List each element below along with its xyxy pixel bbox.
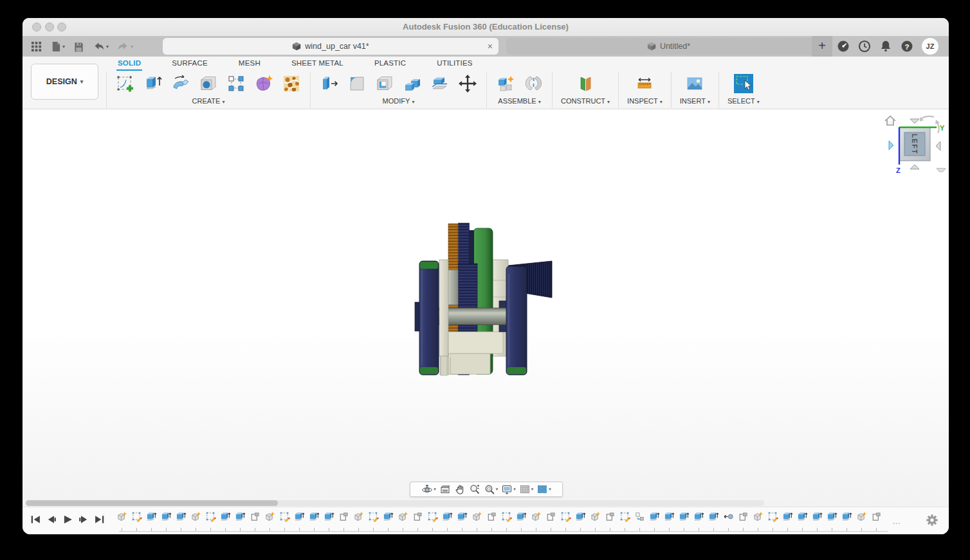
- timeline-item-component[interactable]: [588, 511, 603, 531]
- timeline-item-plane[interactable]: [248, 511, 262, 531]
- timeline-item-component[interactable]: [751, 511, 765, 531]
- clock-icon[interactable]: [858, 40, 871, 53]
- skip-to-end-button[interactable]: [95, 514, 105, 525]
- job-status-gauge-icon[interactable]: [837, 40, 850, 53]
- step-back-button[interactable]: [46, 514, 57, 525]
- combine-button[interactable]: [402, 73, 423, 94]
- rotate-down-arrow-icon[interactable]: [910, 165, 919, 169]
- group-label-insert[interactable]: INSERT▾: [680, 97, 710, 105]
- look-at-button[interactable]: [439, 483, 451, 495]
- group-label-construct[interactable]: CONSTRUCT▾: [561, 97, 610, 105]
- viewports-button[interactable]: ▾: [536, 483, 551, 495]
- revolve-button[interactable]: [170, 73, 191, 94]
- timeline-item-extrude[interactable]: [780, 511, 795, 531]
- tab-solid[interactable]: SOLID: [116, 58, 142, 71]
- construction-plane-button[interactable]: [575, 73, 596, 94]
- timeline-item-plane[interactable]: [410, 511, 425, 531]
- timeline-item-sketch[interactable]: [765, 511, 780, 531]
- timeline-item-extrude[interactable]: [839, 511, 854, 531]
- skip-to-start-button[interactable]: [30, 514, 41, 525]
- timeline-item-sketch[interactable]: [425, 511, 440, 531]
- timeline-item-extrude[interactable]: [706, 511, 721, 531]
- timeline-item-extrude[interactable]: [322, 511, 336, 531]
- app-launcher-button[interactable]: [29, 36, 44, 57]
- press-pull-button[interactable]: [319, 73, 340, 94]
- timeline-item-component[interactable]: [351, 511, 366, 531]
- timeline-item-sketch[interactable]: [277, 511, 292, 531]
- bell-icon[interactable]: [879, 40, 892, 53]
- play-button[interactable]: [62, 514, 73, 525]
- timeline-item-extrude[interactable]: [810, 511, 825, 531]
- timeline-item-extrude[interactable]: [647, 511, 662, 531]
- timeline-item-component[interactable]: [262, 511, 277, 531]
- new-document-tab-button[interactable]: +: [812, 36, 832, 57]
- timeline-item-extrude[interactable]: [381, 511, 396, 531]
- shell-button[interactable]: [374, 73, 395, 94]
- joint-button[interactable]: [523, 73, 544, 94]
- timeline-item-plane[interactable]: [544, 511, 558, 531]
- rotate-left-arrow-icon[interactable]: [889, 141, 893, 150]
- timeline-settings-gear-icon[interactable]: [926, 514, 938, 527]
- file-menu-button[interactable]: ▾: [48, 36, 67, 57]
- volumetric-lattice-button[interactable]: [281, 73, 302, 94]
- group-label-inspect[interactable]: INSPECT▾: [627, 97, 663, 105]
- tab-sheet-metal[interactable]: SHEET METAL: [290, 58, 345, 71]
- timeline-item-component[interactable]: [854, 511, 869, 531]
- timeline-item-component[interactable]: [188, 511, 203, 531]
- timeline-item-plane[interactable]: [603, 511, 618, 531]
- create-sketch-button[interactable]: [115, 73, 136, 94]
- timeline-scrollbar-track[interactable]: [26, 500, 764, 506]
- move-copy-button[interactable]: [457, 73, 478, 94]
- tab-surface[interactable]: SURFACE: [170, 58, 209, 71]
- timeline-item-extrude[interactable]: [455, 511, 470, 531]
- insert-image-button[interactable]: [684, 73, 705, 94]
- select-window-button[interactable]: [733, 73, 754, 94]
- timeline-item-extrude[interactable]: [292, 511, 307, 531]
- avatar[interactable]: JZ: [922, 38, 938, 55]
- zoom-button[interactable]: [469, 483, 480, 495]
- timeline-item-extrude[interactable]: [662, 511, 677, 531]
- group-label-create[interactable]: CREATE▾: [192, 97, 225, 105]
- rectangular-pattern-button[interactable]: [226, 73, 246, 94]
- tab-mesh[interactable]: MESH: [237, 58, 262, 71]
- timeline-item-extrude[interactable]: [307, 511, 322, 531]
- group-label-modify[interactable]: MODIFY▾: [383, 97, 415, 105]
- create-form-button[interactable]: [253, 73, 274, 94]
- timeline-item-joint[interactable]: [721, 511, 736, 531]
- timeline-item-extrude[interactable]: [218, 511, 233, 531]
- undo-button[interactable]: ▾: [91, 36, 111, 57]
- timeline-item-extrude[interactable]: [233, 511, 248, 531]
- timeline-item-extrude[interactable]: [677, 511, 691, 531]
- hole-button[interactable]: [198, 73, 219, 94]
- 3d-viewport-canvas[interactable]: LEFT Y Z ▾: [23, 109, 949, 507]
- measure-button[interactable]: [634, 73, 655, 94]
- timeline-item-extrude[interactable]: [825, 511, 839, 531]
- tab-plastic[interactable]: PLASTIC: [373, 58, 407, 71]
- view-cube[interactable]: LEFT Y Z: [880, 111, 949, 176]
- document-tab-wind-up-car[interactable]: wind_up_car v41* ×: [163, 38, 499, 55]
- close-tab-icon[interactable]: ×: [488, 38, 493, 55]
- pan-button[interactable]: [454, 483, 466, 495]
- group-label-assemble[interactable]: ASSEMBLE▾: [498, 97, 540, 105]
- grid-display-button[interactable]: ▾: [519, 483, 534, 495]
- rotate-up-arrow-icon[interactable]: [910, 119, 919, 123]
- step-forward-button[interactable]: [78, 514, 89, 525]
- timeline-item-extrude[interactable]: [174, 511, 188, 531]
- roll-right-arrow-icon[interactable]: [937, 122, 939, 133]
- home-view-icon[interactable]: [885, 116, 895, 125]
- timeline-item-component[interactable]: [114, 511, 129, 531]
- redo-button[interactable]: ▾: [115, 36, 135, 57]
- timeline-item-sketch[interactable]: [203, 511, 218, 531]
- timeline-item-component[interactable]: [396, 511, 410, 531]
- orbit-button[interactable]: ▾: [421, 483, 436, 495]
- workspace-selector-button[interactable]: DESIGN▾: [31, 64, 98, 100]
- timeline-item-paste[interactable]: [632, 511, 647, 531]
- model-wind-up-car[interactable]: [412, 219, 560, 379]
- timeline-item-extrude[interactable]: [573, 511, 588, 531]
- timeline-item-extrude[interactable]: [795, 511, 810, 531]
- timeline-item-plane[interactable]: [484, 511, 499, 531]
- timeline-item-extrude[interactable]: [159, 511, 174, 531]
- display-settings-button[interactable]: ▾: [501, 483, 516, 495]
- timeline-item-component[interactable]: [529, 511, 544, 531]
- timeline-item-plane[interactable]: [736, 511, 751, 531]
